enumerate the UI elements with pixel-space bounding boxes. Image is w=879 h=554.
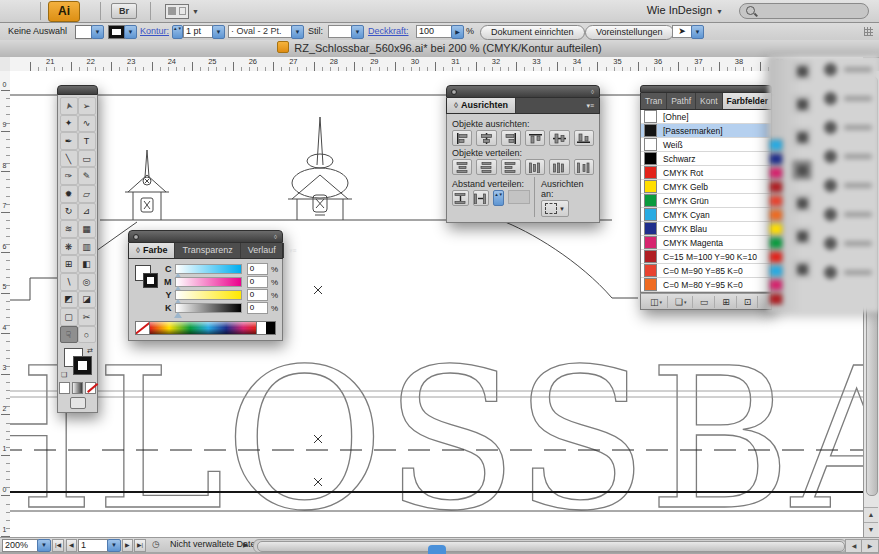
horizontal-ruler[interactable]: 21222324252627282930313233343536373839 [10,57,863,72]
chevron-down-icon[interactable]: ▼ [192,7,199,17]
screen-mode-button[interactable] [70,397,86,409]
horizontal-scrollbar[interactable] [253,539,847,553]
channel-slider[interactable] [175,290,242,300]
magic-wand-tool[interactable]: ✦ [60,115,78,133]
swatch-kinds-icon[interactable]: ❏▾ [670,296,693,308]
close-icon[interactable] [451,89,457,95]
tool-dropdown-icon[interactable]: ▼ [691,25,704,39]
scroll-right-button[interactable]: ▶ [861,539,879,553]
swatch-row[interactable]: CMYK Cyan [641,208,771,222]
symbol-sprayer-tool[interactable]: ❋ [60,238,78,256]
selection-tool[interactable]: ➤ [60,97,78,115]
artboard-tool[interactable]: ▢ [60,308,78,326]
tab-transparency[interactable]: Transparenz [175,243,240,258]
first-artboard-button[interactable]: |◀ [52,539,64,552]
rectangle-tool[interactable]: ▭ [78,150,96,168]
gradient-mode-button[interactable] [72,382,83,394]
eraser-tool[interactable]: ▱ [78,185,96,203]
swatch-options-icon[interactable]: ▭ [695,296,716,308]
swatch-row[interactable]: [Ohne] [641,110,771,124]
stroke-width-field[interactable]: 1 pt [183,25,213,38]
swatch-row[interactable]: Weiß [641,138,771,152]
brush-dropdown-icon[interactable]: ▼ [291,25,304,39]
swatch-row[interactable]: Schwarz [641,152,771,166]
status-menu-icon[interactable]: ▶ [243,539,248,550]
align-bottom-button[interactable] [574,130,594,146]
swatch-row[interactable]: CMYK Rot [641,166,771,180]
channel-value-field[interactable]: 0 [247,289,268,301]
channel-value-field[interactable]: 0 [247,263,268,275]
spacing-stepper[interactable]: ▲▼ [493,190,504,206]
scroll-down-button[interactable]: ▼ [864,522,878,537]
clock-icon[interactable]: ◷ [152,539,160,550]
horizontal-scroll-thumb[interactable] [257,541,845,552]
opacity-field[interactable]: 100 [416,25,452,38]
last-artboard-button[interactable]: ▶| [134,539,146,552]
stroke-width-stepper[interactable]: ▲▼ [172,25,183,39]
document-setup-button[interactable]: Dokument einrichten [480,25,585,40]
delete-swatch-icon[interactable]: ⊡ [739,296,759,308]
blend-tool[interactable]: ◎ [78,273,96,291]
hand-tool[interactable]: ☟ [60,326,78,344]
blob-brush-tool[interactable]: ✹ [60,185,78,203]
swatch-row[interactable]: CMYK Blau [641,222,771,236]
distribute-hcenter-button[interactable] [549,159,569,175]
none-mode-button[interactable] [85,382,96,394]
color-mode-button[interactable] [59,382,70,394]
fill-dropdown-icon[interactable]: ▼ [91,25,104,39]
stroke-swatch[interactable] [73,356,92,375]
width-tool[interactable]: ≋ [60,220,78,238]
distribute-left-button[interactable] [525,159,545,175]
brush-definition-field[interactable]: · Oval - 2 Pt. [228,25,292,38]
artboard-number-field[interactable]: 1 [78,539,108,552]
zoom-dropdown-icon[interactable]: ▼ [37,539,51,552]
tab-stroke-truncated[interactable]: Kont [696,93,723,109]
white-swatch[interactable] [256,322,266,334]
arrange-documents-icon[interactable] [165,4,189,19]
align-left-button[interactable] [452,130,472,146]
fill-stroke-control[interactable]: ⇄ ❏ [59,346,96,380]
live-paint-bucket-tool[interactable]: ◩ [60,291,78,309]
slider-marker-icon[interactable] [174,312,182,318]
paintbrush-tool[interactable]: ✑ [60,167,78,185]
pen-tool[interactable]: ✒ [60,132,78,150]
artboard-dropdown-icon[interactable]: ▼ [107,539,121,552]
stroke-color-well[interactable] [108,25,125,39]
swatch-libraries-icon[interactable]: ◫▾ [645,296,668,308]
swatches-panel-drag-bar[interactable] [640,85,772,93]
swatch-row[interactable]: C=0 M=90 Y=85 K=0 [641,264,771,278]
align-panel-title-bar[interactable]: ◊ [446,85,600,98]
tab-color[interactable]: ◊Farbe [129,243,175,258]
rotate-tool[interactable]: ↻ [60,203,78,221]
align-top-button[interactable] [525,130,545,146]
tool-cursor-icon[interactable]: ➤ [672,25,692,38]
live-paint-selection-tool[interactable]: ◪ [78,291,96,309]
swatch-row[interactable]: CMYK Gelb [641,180,771,194]
eyedropper-tool[interactable]: ∖ [60,273,78,291]
mesh-tool[interactable]: ⊞ [60,255,78,273]
column-graph-tool[interactable]: ▥ [78,238,96,256]
scale-tool[interactable]: ⊿ [78,203,96,221]
color-spectrum-bar[interactable] [135,321,276,335]
minimize-icon[interactable]: ◊ [274,234,277,240]
swatch-row[interactable]: [Passermarken] [641,124,771,138]
black-swatch[interactable] [266,322,275,334]
swatch-row[interactable]: C=0 M=80 Y=95 K=0 [641,278,771,292]
zoom-level-field[interactable]: 200% [2,539,38,552]
default-fill-stroke-icon[interactable]: ❏ [61,371,67,379]
tab-pathfinder-truncated[interactable]: Pathf [667,93,696,109]
color-panel-title-bar[interactable]: ◊ [128,230,283,243]
slice-tool[interactable]: ✂ [78,308,96,326]
pencil-tool[interactable]: ✎ [78,167,96,185]
channel-slider[interactable] [175,277,242,287]
stroke-swatch[interactable] [143,273,158,288]
workspace-switcher[interactable]: Wie InDesign▼ [647,4,723,17]
line-segment-tool[interactable]: ╲ [60,150,78,168]
fill-stroke-proxy[interactable] [135,265,161,291]
spectrum-gradient[interactable] [150,322,256,334]
distribute-bottom-button[interactable] [501,159,521,175]
horizontal-space-button[interactable] [473,190,490,206]
next-artboard-button[interactable]: ▶ [122,539,133,552]
stroke-width-dropdown-icon[interactable]: ▼ [212,25,225,39]
panel-menu-icon[interactable]: ▾≡ [581,98,599,113]
